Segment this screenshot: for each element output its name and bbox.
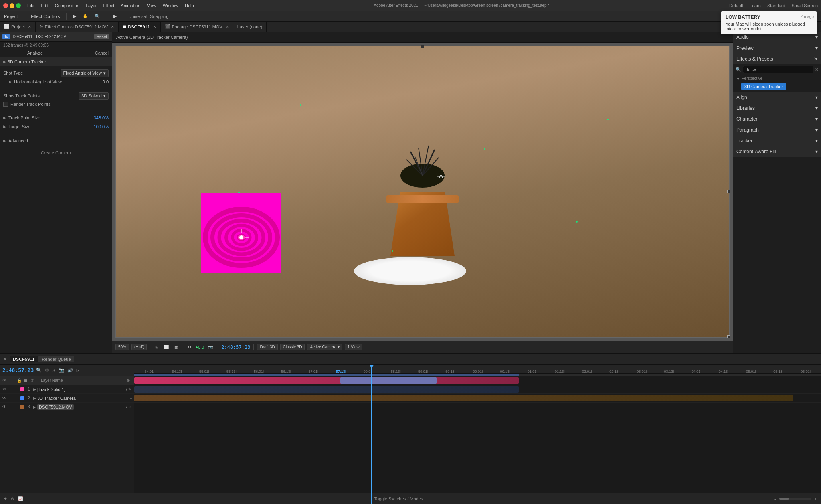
- render-track-checkbox[interactable]: [3, 102, 8, 107]
- view-layout-btn[interactable]: 1 View: [345, 344, 362, 350]
- layer-row-2[interactable]: 👁 2 ▶ 3D Tracker Camera ⬦: [0, 394, 134, 403]
- toolbar-project[interactable]: Project: [2, 13, 19, 20]
- menu-view[interactable]: View: [147, 3, 156, 8]
- track-bar-footage[interactable]: [134, 395, 793, 401]
- handle-bottom-right[interactable]: [727, 335, 730, 338]
- tl-solo-btn[interactable]: S: [51, 367, 56, 374]
- tl-expressions-btn[interactable]: fx: [75, 367, 81, 374]
- create-camera-btn[interactable]: Create Camera: [41, 150, 71, 155]
- play-btn[interactable]: ▶: [112, 13, 118, 20]
- menu-edit[interactable]: Edit: [41, 3, 49, 8]
- perspective-expand-icon[interactable]: ▼: [736, 77, 740, 81]
- zoom-select[interactable]: 50%: [115, 344, 129, 350]
- tab-composition[interactable]: ◼ DSCF5911 ✕: [119, 22, 160, 32]
- active-camera-btn[interactable]: Active Camera ▾: [307, 344, 342, 350]
- advanced-expand[interactable]: ▶: [3, 139, 6, 143]
- preview-header[interactable]: Preview ▾: [733, 43, 821, 53]
- timeline-zoom-in[interactable]: +: [814, 496, 818, 502]
- renderer-mode-btn[interactable]: Classic 3D: [280, 344, 305, 350]
- align-header[interactable]: Align ▾: [733, 92, 821, 103]
- clear-search-icon[interactable]: ✕: [815, 67, 819, 72]
- track-bar-solid-1[interactable]: [134, 377, 519, 384]
- workspace-standard[interactable]: Standard: [767, 3, 785, 8]
- layer-1-expand[interactable]: ▶: [33, 387, 36, 391]
- menu-animation[interactable]: Animation: [121, 3, 140, 8]
- timeline-tab-comp[interactable]: DSCF5911: [10, 356, 38, 362]
- h-angle-expand[interactable]: ▶: [9, 80, 12, 84]
- renderer-btn[interactable]: Draft 3D: [257, 344, 277, 350]
- target-size-value[interactable]: 100.0%: [94, 124, 109, 129]
- layer-1-settings[interactable]: / ✎: [125, 386, 132, 392]
- shot-type-dropdown[interactable]: Fixed Angle of View ▾: [61, 69, 109, 77]
- close-window-btn[interactable]: [3, 3, 8, 8]
- effect-expand-icon[interactable]: ▶: [3, 60, 6, 64]
- layer-3-settings[interactable]: / fx: [125, 404, 132, 410]
- toggle-switches-label[interactable]: Toggle Switches / Modes: [26, 496, 771, 501]
- 3d-camera-tracker-preset[interactable]: 3D Camera Tracker: [741, 83, 786, 90]
- menu-layer[interactable]: Layer: [86, 3, 97, 8]
- workspace-small-screen[interactable]: Small Screen: [792, 3, 818, 8]
- composition-viewport[interactable]: [112, 43, 733, 341]
- layer-row-3[interactable]: 👁 3 ▶ DSCF5912.MOV / fx: [0, 403, 134, 411]
- cancel-btn[interactable]: Cancel: [95, 51, 109, 55]
- tab-project-close[interactable]: ✕: [28, 25, 31, 29]
- timeline-panel-close[interactable]: ✕: [3, 357, 6, 361]
- workspace-default[interactable]: Default: [729, 3, 743, 8]
- menu-file[interactable]: File: [27, 3, 34, 8]
- effects-header[interactable]: Effects & Presets ✕: [733, 54, 821, 64]
- transparency-btn[interactable]: ▦: [173, 344, 180, 350]
- tab-footage[interactable]: 🎬 Footage DSCF5911.MOV ✕: [161, 22, 233, 32]
- handle-right[interactable]: [727, 190, 730, 193]
- tl-audio-btn[interactable]: 🔊: [67, 367, 74, 374]
- quality-select[interactable]: (Half): [131, 344, 147, 350]
- minimize-window-btn[interactable]: [10, 3, 14, 8]
- toolbar-effect-controls[interactable]: Effect Controls: [29, 13, 61, 20]
- tracker-header[interactable]: Tracker ▾: [733, 136, 821, 146]
- track-bar-camera[interactable]: [134, 386, 519, 393]
- tab-comp-close[interactable]: ✕: [153, 25, 156, 29]
- menu-help[interactable]: Help: [185, 3, 194, 8]
- tab-effect-controls[interactable]: fx Effect Controls DSCF5912.MOV ✕: [36, 22, 119, 32]
- effects-search-input[interactable]: [743, 66, 813, 73]
- tab-footage-close[interactable]: ✕: [226, 25, 229, 29]
- layer-2-eye[interactable]: 👁: [2, 396, 7, 400]
- reset-button[interactable]: Reset: [94, 34, 109, 39]
- graph-editor-btn[interactable]: 📈: [17, 496, 24, 502]
- layer-1-eye[interactable]: 👁: [2, 387, 7, 391]
- content-aware-header[interactable]: Content-Aware Fill ▾: [733, 146, 821, 157]
- workspace-learn[interactable]: Learn: [750, 3, 761, 8]
- timeline-zoom-bar[interactable]: [779, 498, 811, 500]
- tab-project[interactable]: ⬜ Project ✕: [0, 22, 36, 32]
- analyze-btn[interactable]: Analyze: [27, 51, 43, 55]
- tl-options-btn[interactable]: ⚙: [44, 367, 50, 374]
- tl-camera-btn[interactable]: 📷: [58, 367, 65, 374]
- layer-props-btn[interactable]: ⊙: [10, 496, 15, 502]
- menu-effect[interactable]: Effect: [103, 3, 114, 8]
- paragraph-header[interactable]: Paragraph ▾: [733, 125, 821, 135]
- layer-2-expand[interactable]: ▶: [33, 396, 36, 400]
- layer-3-expand[interactable]: ▶: [33, 405, 36, 409]
- grid-btn[interactable]: ⊞: [154, 344, 160, 350]
- track-size-value[interactable]: 348.0%: [94, 115, 109, 120]
- layer-3-eye[interactable]: 👁: [2, 405, 7, 409]
- timeline-current-time[interactable]: 2:48:57:23: [2, 367, 34, 373]
- show-track-dropdown[interactable]: 3D Solved ▾: [79, 92, 109, 100]
- tab-layer[interactable]: Layer (none): [233, 22, 267, 32]
- safe-zones-btn[interactable]: ⬜: [162, 344, 170, 350]
- target-size-expand[interactable]: ▶: [3, 125, 6, 129]
- tab-effect-close[interactable]: ✕: [111, 25, 114, 29]
- menu-window[interactable]: Window: [163, 3, 178, 8]
- handle-top[interactable]: [421, 45, 424, 48]
- timeline-tab-render[interactable]: Render Queue: [38, 356, 74, 362]
- select-tool[interactable]: ▶: [71, 13, 78, 20]
- tl-search-icon[interactable]: 🔍: [35, 367, 42, 374]
- maximize-window-btn[interactable]: [16, 3, 21, 8]
- toolbar-snapping[interactable]: Snapping: [150, 14, 169, 19]
- track-size-expand[interactable]: ▶: [3, 116, 6, 120]
- timeline-zoom-out[interactable]: -: [774, 496, 777, 502]
- libraries-header[interactable]: Libraries ▾: [733, 103, 821, 113]
- zoom-tool[interactable]: 🔍: [93, 13, 102, 20]
- snapshot-btn[interactable]: 📷: [206, 344, 214, 350]
- add-layer-btn[interactable]: +: [3, 495, 8, 502]
- character-header[interactable]: Character ▾: [733, 114, 821, 124]
